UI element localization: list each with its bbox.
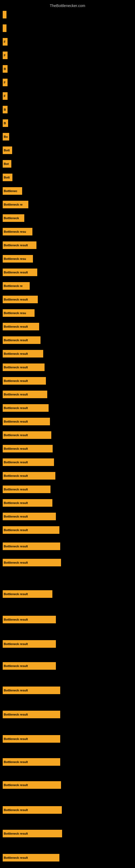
bar-label-22: Bottleneck result <box>4 298 28 301</box>
bar-41: Bottleneck result <box>3 559 61 566</box>
bar-label-44: Bottleneck result <box>4 642 28 646</box>
bar-39: Bottleneck result <box>3 526 59 534</box>
bar-label-32: Bottleneck result <box>4 433 28 437</box>
bar-item: Bot <box>3 160 11 167</box>
bar-label-4: F <box>4 54 6 57</box>
bar-item: Bottleneck result <box>3 806 62 814</box>
bar-label-11: Bott <box>4 149 10 152</box>
bar-8: B <box>3 106 8 113</box>
bar-item: F <box>3 92 8 100</box>
bar-item: Bottleneck result <box>3 445 53 453</box>
bar-label-38: Bottleneck result <box>4 515 28 518</box>
bar-item: Bottleneck result <box>3 391 47 398</box>
bar-label-43: Bottleneck result <box>4 618 28 621</box>
bar-label-37: Bottleneck result <box>4 501 28 504</box>
bar-label-25: Bottleneck result <box>4 339 28 342</box>
bar-label-30: Bottleneck result <box>4 406 28 410</box>
bar-label-40: Bottleneck result <box>4 545 28 548</box>
bar-item: Bottleneck resu <box>3 309 35 317</box>
bar-item: F <box>3 52 8 59</box>
bar-item: Bottleneck result <box>3 350 43 358</box>
bar-53: Bottleneck result <box>3 854 59 862</box>
bar-label-7: F <box>4 94 6 98</box>
bar-item: Bottleneck result <box>3 269 37 276</box>
bar-item: Bottleneck result <box>3 616 56 623</box>
bar-35: Bottleneck result <box>3 472 55 479</box>
bar-item: Bottleneck resu <box>3 228 32 236</box>
bar-16: Bottleneck <box>3 214 24 222</box>
bar-label-6: F <box>4 81 6 84</box>
bar-label-9: B <box>4 122 6 125</box>
bar-item: Bottleneck result <box>3 336 41 344</box>
bar-label-23: Bottleneck resu <box>4 311 26 315</box>
bar-item: F <box>3 38 8 45</box>
bar-label-50: Bottleneck result <box>4 783 28 786</box>
bar-label-26: Bottleneck result <box>4 352 28 355</box>
bar-item: Bottleneck result <box>3 542 60 550</box>
bar-3: F <box>3 38 8 45</box>
bar-item: Bottleneck result <box>3 590 52 598</box>
bar-label-34: Bottleneck result <box>4 461 28 464</box>
bar-label-33: Bottleneck result <box>4 447 28 450</box>
bar-label-5: B <box>4 67 6 70</box>
bar-label-16: Bottleneck <box>4 216 19 220</box>
bar-label-46: Bottleneck result <box>4 689 28 692</box>
bar-item: Bottleneck result <box>3 662 56 670</box>
bar-label-28: Bottleneck result <box>4 379 28 382</box>
bar-item: Bottleneck result <box>3 781 61 789</box>
bar-34: Bottleneck result <box>3 458 54 466</box>
bar-15: Bottleneck re <box>3 201 28 208</box>
bar-28: Bottleneck result <box>3 377 46 384</box>
bar-label-24: Bottleneck result <box>4 325 28 328</box>
bar-25: Bottleneck result <box>3 336 41 344</box>
bar-item: Bottleneck result <box>3 323 39 330</box>
bar-item: Bottleneck result <box>3 486 50 493</box>
bar-item: Bottleneck result <box>3 830 62 837</box>
bar-item: Bottleneck result <box>3 559 61 566</box>
site-title: TheBottlenecker.com <box>0 1 135 9</box>
bar-33: Bottleneck result <box>3 445 53 453</box>
bar-4: F <box>3 52 8 59</box>
bar-item: Bottleneck result <box>3 404 49 412</box>
bar-label-31: Bottleneck result <box>4 420 28 423</box>
bar-45: Bottleneck result <box>3 662 56 670</box>
bar-item: B <box>3 119 8 127</box>
bar-item: Bottlenec <box>3 187 22 195</box>
bar-item <box>3 24 6 32</box>
bar-item: Bottleneck result <box>3 431 51 439</box>
bar-item: Bottleneck re <box>3 201 28 208</box>
bar-20: Bottleneck result <box>3 269 37 276</box>
bar-label-15: Bottleneck re <box>4 203 23 206</box>
bar-item: Bottleneck <box>3 214 24 222</box>
bar-label-52: Bottleneck result <box>4 832 28 835</box>
bar-item: Bottleneck result <box>3 640 56 648</box>
bar-item: Bo <box>3 133 9 141</box>
bar-50: Bottleneck result <box>3 781 61 789</box>
bar-22: Bottleneck result <box>3 296 38 303</box>
bar-item: Bottleneck result <box>3 472 55 479</box>
bar-label-10: Bo <box>4 135 8 138</box>
bar-item: Bottleneck result <box>3 513 56 520</box>
bar-label-39: Bottleneck result <box>4 528 28 532</box>
bar-11: Bott <box>3 147 12 154</box>
bar-item: Bottleneck result <box>3 296 38 303</box>
bar-31: Bottleneck result <box>3 418 50 425</box>
bar-item: Bottleneck result <box>3 499 52 507</box>
bar-item: B <box>3 106 8 113</box>
bar-label-13: Bott <box>4 176 10 179</box>
bar-item: Bottleneck resu <box>3 255 33 262</box>
bar-40: Bottleneck result <box>3 542 60 550</box>
bar-label-17: Bottleneck resu <box>4 230 26 233</box>
bar-2 <box>3 24 6 32</box>
bar-43: Bottleneck result <box>3 616 56 623</box>
bar-14: Bottlenec <box>3 187 22 195</box>
bar-item: F <box>3 79 8 86</box>
bar-6: F <box>3 79 8 86</box>
bar-item: Bottleneck result <box>3 686 60 694</box>
bar-label-45: Bottleneck result <box>4 664 28 668</box>
bar-label-48: Bottleneck result <box>4 737 28 741</box>
bar-42: Bottleneck result <box>3 590 52 598</box>
bar-label-21: Bottleneck re <box>4 284 23 287</box>
bar-label-27: Bottleneck result <box>4 366 28 369</box>
bar-label-51: Bottleneck result <box>4 808 28 812</box>
